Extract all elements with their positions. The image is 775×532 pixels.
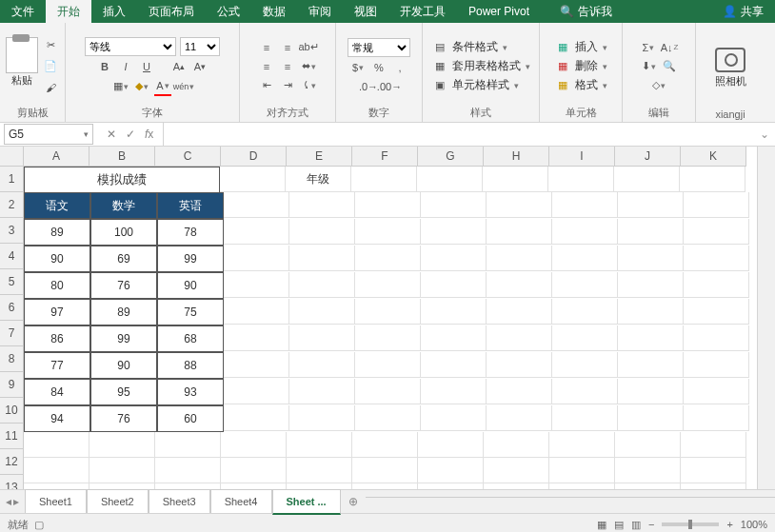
cell[interactable]	[549, 432, 615, 458]
formula-bar[interactable]	[163, 123, 754, 146]
cell[interactable]: 99	[157, 246, 224, 272]
tell-me[interactable]: 🔍 告诉我	[560, 4, 612, 20]
cell[interactable]	[684, 405, 749, 431]
cell[interactable]	[421, 192, 487, 218]
row-header-1[interactable]: 1	[0, 167, 24, 192]
col-header-B[interactable]: B	[89, 147, 155, 167]
row-header-9[interactable]: 9	[0, 372, 24, 398]
cell[interactable]	[287, 458, 352, 483]
expand-formula-icon[interactable]: ⌄	[754, 128, 775, 141]
format-painter-icon[interactable]: 🖌	[42, 79, 59, 96]
cell[interactable]	[287, 432, 352, 458]
cell[interactable]	[224, 272, 289, 298]
cell[interactable]: 88	[157, 352, 224, 379]
zoom-slider[interactable]	[662, 522, 719, 526]
cell[interactable]	[618, 352, 684, 378]
cell[interactable]	[684, 379, 749, 404]
number-format-select[interactable]: 常规	[348, 38, 410, 57]
cell[interactable]: 模拟成绩	[24, 167, 220, 192]
view-pagebreak-icon[interactable]: ▥	[631, 519, 641, 531]
cell[interactable]	[352, 432, 418, 458]
comma-button[interactable]: ,	[391, 59, 408, 76]
cancel-icon[interactable]: ✕	[107, 128, 116, 141]
menu-tab-9[interactable]: Power Pivot	[457, 0, 541, 23]
cell[interactable]	[684, 192, 749, 218]
cell[interactable]	[352, 483, 418, 489]
cell[interactable]: 数学	[90, 192, 157, 219]
cell[interactable]: 89	[24, 219, 90, 246]
cell[interactable]	[224, 379, 289, 404]
border-button[interactable]: ▦▾	[112, 78, 129, 95]
sheet-tab-3[interactable]: Sheet4	[210, 489, 272, 513]
cell[interactable]	[552, 352, 618, 378]
insert-cells-button[interactable]: ▦插入▾	[554, 39, 607, 56]
cell[interactable]: 84	[24, 379, 90, 405]
cell[interactable]: 69	[90, 246, 157, 272]
zoom-in-button[interactable]: +	[726, 519, 732, 530]
decrease-font-button[interactable]: A▾	[191, 58, 209, 75]
clear-icon[interactable]: ◇▾	[650, 77, 667, 94]
row-header-12[interactable]: 12	[0, 449, 24, 475]
conditional-format-button[interactable]: ▤条件格式▾	[431, 39, 507, 56]
cell[interactable]	[355, 325, 421, 351]
cell[interactable]	[289, 325, 355, 351]
phonetic-button[interactable]: wén▾	[175, 78, 192, 95]
col-header-I[interactable]: I	[549, 147, 615, 167]
camera-icon[interactable]	[715, 48, 745, 72]
row-header-13[interactable]: 13	[0, 475, 24, 489]
cell[interactable]	[618, 246, 684, 271]
cell[interactable]: 78	[157, 219, 224, 246]
sheet-tab-4[interactable]: Sheet ...	[272, 489, 341, 515]
cell[interactable]	[355, 379, 421, 404]
menu-tab-0[interactable]: 文件	[0, 0, 46, 23]
cell[interactable]	[224, 246, 289, 271]
cell[interactable]	[487, 352, 552, 378]
cell[interactable]	[681, 483, 746, 489]
cell[interactable]	[487, 379, 552, 404]
cell[interactable]	[421, 405, 487, 431]
cell[interactable]: 90	[157, 272, 224, 299]
cell[interactable]	[417, 167, 483, 192]
cell[interactable]: 英语	[157, 192, 224, 219]
cell[interactable]	[421, 272, 487, 298]
cell[interactable]: 80	[24, 272, 90, 299]
indent-right-icon[interactable]: ⇥	[279, 77, 296, 94]
font-name-select[interactable]: 等线	[85, 37, 176, 56]
font-color-button[interactable]: A▾	[154, 77, 171, 96]
cell[interactable]	[681, 458, 746, 483]
menu-tab-5[interactable]: 数据	[251, 0, 297, 23]
cell[interactable]	[224, 299, 289, 325]
cell[interactable]	[418, 432, 484, 458]
cell[interactable]	[487, 405, 552, 431]
view-layout-icon[interactable]: ▤	[614, 519, 624, 531]
cell[interactable]	[487, 192, 552, 218]
cell[interactable]	[684, 246, 749, 271]
cell[interactable]: 93	[157, 379, 224, 405]
menu-tab-3[interactable]: 页面布局	[137, 0, 206, 23]
cell[interactable]: 76	[90, 405, 157, 432]
align-top-icon[interactable]: ≡	[258, 39, 275, 56]
cell[interactable]: 97	[24, 299, 90, 325]
cell[interactable]	[355, 219, 421, 245]
align-left-icon[interactable]: ≡	[258, 58, 275, 75]
cell[interactable]	[155, 432, 221, 458]
cell[interactable]	[421, 219, 487, 245]
cell[interactable]	[618, 405, 684, 431]
cell[interactable]	[351, 167, 417, 192]
cell[interactable]	[155, 458, 221, 483]
cell[interactable]: 75	[157, 299, 224, 325]
find-icon[interactable]: 🔍	[661, 58, 678, 75]
row-header-2[interactable]: 2	[0, 192, 24, 218]
cell[interactable]	[487, 219, 552, 245]
cell[interactable]	[355, 352, 421, 378]
cell[interactable]: 77	[24, 352, 90, 379]
cell[interactable]: 68	[157, 325, 224, 352]
menu-tab-1[interactable]: 开始	[46, 0, 91, 23]
cell[interactable]	[355, 192, 421, 218]
cell[interactable]	[614, 167, 680, 192]
cell[interactable]	[549, 458, 615, 483]
cell[interactable]	[289, 272, 355, 298]
cell[interactable]	[224, 325, 289, 351]
cell[interactable]	[552, 405, 618, 431]
cell[interactable]	[289, 405, 355, 431]
